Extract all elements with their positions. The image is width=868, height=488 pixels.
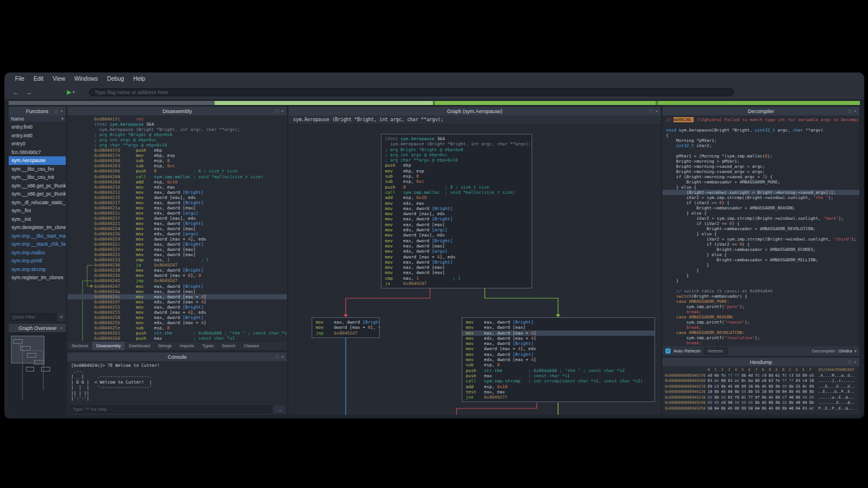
code-line[interactable]: 0x0804924a mov eax, dword [eax] bbox=[94, 289, 287, 294]
code-line[interactable]: if (Bright->morning->saved_argc < 2) { bbox=[666, 174, 859, 179]
code-line[interactable]: iVar2 = sym.imp.strcmp((Bright->window).… bbox=[666, 195, 859, 200]
code-line[interactable]: mov dword [eax], edx bbox=[385, 211, 528, 216]
code-line[interactable]: Bright->morning->saved_argc = argc; bbox=[666, 164, 859, 169]
tab-imports[interactable]: Imports bbox=[175, 341, 198, 350]
tab-search[interactable]: Search bbox=[218, 341, 240, 350]
code-line[interactable]: mov edx, dword [eax + 4] bbox=[466, 357, 651, 362]
code-line[interactable]: ; arg int argc @ ebp+0xc bbox=[385, 152, 528, 157]
function-item[interactable]: fcn.080490c7 bbox=[9, 148, 66, 157]
hex-row[interactable]: 0x000000000804925050 04 8b 45 08 89 50 0… bbox=[665, 406, 857, 412]
code-line[interactable]: mov dword [eax + 8], 0 bbox=[316, 325, 376, 330]
code-line[interactable] bbox=[666, 122, 859, 127]
code-line[interactable]: mov eax, dword [eax] bbox=[466, 325, 651, 330]
code-line[interactable]: 0x08049261 push str.the ; 0x804a008 ; "t… bbox=[94, 331, 287, 336]
address-search-input[interactable] bbox=[89, 88, 734, 96]
code-line[interactable]: 0x0804920d add esp, 0x10 bbox=[94, 179, 287, 185]
code-line[interactable]: Bright->ambassador = AMBASSADOR_REASON; bbox=[666, 205, 859, 211]
functions-name-header[interactable]: Name ▾ bbox=[9, 115, 66, 123]
code-line[interactable]: call sym.imp.strcmp ; int strcmp(const c… bbox=[466, 378, 651, 384]
function-item[interactable]: sym._init bbox=[9, 215, 66, 224]
code-line[interactable]: sym.imp.printf("pure"); bbox=[666, 304, 859, 309]
code-line[interactable]: 0x08049215 mov dword [eax], edx bbox=[94, 195, 287, 200]
code-line[interactable]: .--. bbox=[71, 369, 283, 374]
code-line[interactable]: void sym.Aeropause(Bright *Bright, uint3… bbox=[666, 127, 859, 133]
code-line[interactable]: iVar2 = sym.imp.strcmp((Bright->window).… bbox=[666, 216, 859, 221]
code-line[interactable]: 0x08049229 mov dword [eax + 4], edx bbox=[94, 237, 287, 242]
code-line[interactable]: mov eax, dword [Bright] bbox=[466, 352, 651, 357]
close-icon[interactable]: × bbox=[655, 108, 658, 114]
code-line[interactable]: push 8 ; 8 ; size_t size bbox=[385, 185, 528, 190]
popout-icon[interactable]: □ bbox=[848, 108, 851, 114]
code-line[interactable]: mov dword [eax + 4], edx bbox=[385, 254, 528, 260]
code-line[interactable]: push str.the ; 0x804a008 ; "the " ; cons… bbox=[466, 368, 651, 373]
code-line[interactable]: if (iVar2 == 0) { bbox=[666, 242, 859, 247]
function-item[interactable]: sym.imp.strcmp bbox=[9, 265, 66, 274]
code-line[interactable]: mov eax, dword [eax] bbox=[385, 222, 528, 227]
code-line[interactable]: mov edx, eax bbox=[385, 201, 528, 206]
code-line[interactable]: || | || bbox=[71, 391, 283, 396]
code-line[interactable] bbox=[666, 283, 859, 288]
code-line[interactable]: mov ebp, esp bbox=[385, 168, 528, 174]
code-line[interactable]: cmp eax, 1 ; 1 bbox=[385, 276, 528, 281]
code-line[interactable]: ja 0x8049247 bbox=[385, 281, 528, 286]
menu-debug[interactable]: Debug bbox=[102, 76, 128, 82]
code-line[interactable]: 0x08049226 mov edx, dword [argv] bbox=[94, 231, 287, 237]
code-line[interactable]: pMVar1 = (Morning *)sym.imp.malloc(8); bbox=[666, 153, 859, 159]
close-icon[interactable]: × bbox=[281, 108, 284, 114]
decompiler-select[interactable]: Ghidra ▾ bbox=[838, 348, 856, 354]
tab-disassembly[interactable]: Disassembly bbox=[92, 341, 125, 350]
console-send-button[interactable]: → bbox=[274, 406, 285, 413]
code-line[interactable]: mov dword [eax + 4], edx bbox=[466, 346, 651, 351]
code-line[interactable]: } else { bbox=[666, 252, 859, 257]
code-line[interactable]: break; bbox=[666, 340, 859, 346]
code-line[interactable]: { bbox=[666, 133, 859, 138]
popout-icon[interactable]: □ bbox=[848, 359, 851, 365]
code-line[interactable]: 0x08049266 push eax ; const char *s1 bbox=[94, 336, 287, 341]
code-line[interactable]: Bright->ambassador = AMBASSADOR_ECHOES; bbox=[666, 247, 859, 252]
code-line[interactable]: 0x08049236 ja 0x8049247 bbox=[94, 262, 287, 268]
code-line[interactable]: } else { bbox=[666, 231, 859, 237]
function-item[interactable]: entry0 bbox=[9, 140, 66, 148]
code-line[interactable]: } bbox=[666, 268, 859, 273]
code-line[interactable]: mov eax, dword [eax + 4] bbox=[462, 331, 654, 336]
tab-dashboard[interactable]: Dashboard bbox=[125, 341, 154, 350]
graph-node-entry[interactable]: (fcn) sym.Aeropause 364 sym.Aeropause (B… bbox=[381, 134, 532, 288]
code-line[interactable]: if (iVar2 == 0) { bbox=[666, 221, 859, 226]
code-line[interactable]: 0x08049231 mov eax, dword [eax] bbox=[94, 252, 287, 257]
code-line[interactable]: 0x080491fe mov ebp, esp bbox=[94, 153, 287, 158]
code-line[interactable]: 0x08049208 call sym.imp.malloc ; void *m… bbox=[94, 174, 287, 179]
graph-minimap[interactable] bbox=[9, 332, 66, 415]
function-item[interactable]: sym.imp.__libc_start_main bbox=[9, 232, 66, 241]
code-line[interactable]: mov eax, dword [eax] bbox=[385, 243, 528, 249]
menu-help[interactable]: Help bbox=[129, 76, 150, 82]
code-line[interactable]: 0x0804924c mov eax, dword [eax + 4] bbox=[68, 294, 287, 299]
function-item[interactable]: sym.__libc_csu_fini bbox=[9, 165, 66, 174]
code-line[interactable]: jmp 0x80492d7 bbox=[316, 331, 376, 336]
code-line[interactable] bbox=[666, 148, 859, 153]
code-line[interactable]: | _ | .-------------------. bbox=[71, 374, 283, 380]
code-line[interactable]: 0x08049233 cmp eax, 1 ; 1 bbox=[94, 257, 287, 262]
forward-button[interactable]: → bbox=[24, 88, 33, 96]
code-line[interactable]: // switch table (5 cases) at 0x804a044 bbox=[666, 288, 859, 294]
menu-view[interactable]: View bbox=[48, 76, 70, 82]
code-line[interactable]: ; arg char **argv @ ebp+0x10 bbox=[94, 142, 287, 148]
back-button[interactable]: ← bbox=[12, 88, 21, 96]
code-line[interactable]: sym.imp.printf("revolution"); bbox=[666, 335, 859, 340]
graph-node-false-branch[interactable]: mov eax, dword [Bright]mov dword [eax + … bbox=[312, 317, 380, 338]
code-line[interactable]: mov eax, dword [Bright] bbox=[385, 216, 528, 222]
popout-icon[interactable]: □ bbox=[275, 354, 278, 359]
code-line[interactable]: // WARNING: [r2ghidra] Failed to match t… bbox=[666, 117, 859, 122]
code-line[interactable]: sub esp, 0xc bbox=[385, 179, 528, 184]
hexdump-view[interactable]: 0 1 2 3 4 5 6 7 8 9 A B C D E F 01234567… bbox=[663, 366, 859, 415]
code-line[interactable]: ; arg Bright *Bright @ ebp+0x8 bbox=[94, 132, 287, 137]
code-line[interactable]: 0x08049217 mov eax, dword [Bright] bbox=[94, 200, 287, 205]
code-line[interactable]: 0x080491fc ret bbox=[94, 117, 287, 122]
code-line[interactable]: 0x08049252 mov eax, dword [Bright] bbox=[94, 305, 287, 310]
code-line[interactable]: 0x08049238 mov eax, dword [Bright] bbox=[94, 268, 287, 273]
code-line[interactable]: case AMBASSADOR_REASON: bbox=[666, 314, 859, 320]
code-line[interactable]: | | | '-------------------' bbox=[71, 385, 283, 391]
code-line[interactable]: Bright->ambassador = AMBASSADOR_MILLION; bbox=[666, 257, 859, 262]
code-line[interactable]: mov eax, dword [eax] bbox=[385, 270, 528, 275]
code-line[interactable]: 0x08049221 mov eax, dword [Bright] bbox=[94, 221, 287, 226]
close-icon[interactable]: × bbox=[854, 359, 856, 365]
